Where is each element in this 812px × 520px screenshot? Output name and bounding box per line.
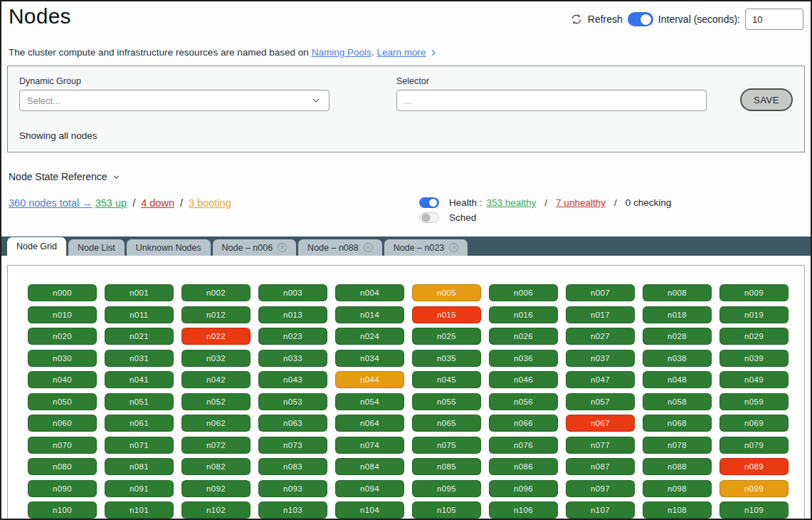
node-n059[interactable]: n059 <box>719 393 789 410</box>
node-n043[interactable]: n043 <box>258 371 327 388</box>
node-n072[interactable]: n072 <box>181 437 251 454</box>
node-n058[interactable]: n058 <box>643 393 712 410</box>
node-n073[interactable]: n073 <box>258 437 327 454</box>
node-n040[interactable]: n040 <box>28 371 97 388</box>
node-n067[interactable]: n067 <box>566 415 635 432</box>
node-n085[interactable]: n085 <box>412 458 481 475</box>
interval-input[interactable] <box>745 9 803 30</box>
node-n080[interactable]: n080 <box>28 458 97 475</box>
node-n031[interactable]: n031 <box>105 350 174 367</box>
learn-more-link[interactable]: Learn more <box>377 47 426 58</box>
node-n003[interactable]: n003 <box>258 284 327 301</box>
node-n049[interactable]: n049 <box>719 371 789 388</box>
node-n061[interactable]: n061 <box>105 415 174 432</box>
node-n068[interactable]: n068 <box>643 415 712 432</box>
node-n078[interactable]: n078 <box>643 437 712 454</box>
node-n020[interactable]: n020 <box>28 328 97 345</box>
tab-node-n023[interactable]: Node – n023× <box>384 239 468 256</box>
node-n010[interactable]: n010 <box>28 306 97 323</box>
node-n086[interactable]: n086 <box>489 458 558 475</box>
node-n032[interactable]: n032 <box>181 350 251 367</box>
node-n095[interactable]: n095 <box>412 480 481 497</box>
node-n050[interactable]: n050 <box>28 393 97 410</box>
node-n098[interactable]: n098 <box>643 480 712 497</box>
node-n066[interactable]: n066 <box>489 415 558 432</box>
tab-unknown-nodes[interactable]: Unknown Nodes <box>127 239 211 256</box>
node-n055[interactable]: n055 <box>412 393 481 410</box>
node-n035[interactable]: n035 <box>412 350 481 367</box>
nodes-down-link[interactable]: 4 down <box>141 197 174 209</box>
node-n084[interactable]: n084 <box>335 458 404 475</box>
node-n037[interactable]: n037 <box>566 350 635 367</box>
sched-toggle[interactable] <box>419 212 439 223</box>
node-state-reference-toggle[interactable]: Node State Reference <box>1 171 128 182</box>
node-n075[interactable]: n075 <box>412 437 481 454</box>
node-n092[interactable]: n092 <box>181 480 251 497</box>
node-n089[interactable]: n089 <box>719 458 789 475</box>
node-n006[interactable]: n006 <box>489 284 558 301</box>
node-n107[interactable]: n107 <box>566 501 635 519</box>
node-n060[interactable]: n060 <box>28 415 97 432</box>
node-n079[interactable]: n079 <box>719 437 789 454</box>
node-n015[interactable]: n015 <box>412 306 481 323</box>
node-n053[interactable]: n053 <box>258 393 327 410</box>
node-n064[interactable]: n064 <box>335 415 404 432</box>
node-n005[interactable]: n005 <box>412 284 481 301</box>
node-n024[interactable]: n024 <box>335 328 404 345</box>
node-n034[interactable]: n034 <box>335 350 404 367</box>
node-n054[interactable]: n054 <box>335 393 404 410</box>
node-n021[interactable]: n021 <box>105 328 174 345</box>
health-toggle[interactable] <box>419 197 439 208</box>
node-n026[interactable]: n026 <box>489 328 558 345</box>
node-n106[interactable]: n106 <box>489 501 558 519</box>
node-n065[interactable]: n065 <box>412 415 481 432</box>
node-n100[interactable]: n100 <box>28 501 97 519</box>
tab-close-icon[interactable]: × <box>364 243 373 252</box>
node-n012[interactable]: n012 <box>181 306 251 323</box>
node-n044[interactable]: n044 <box>335 371 404 388</box>
node-n099[interactable]: n099 <box>719 480 789 497</box>
node-n018[interactable]: n018 <box>643 306 712 323</box>
node-n096[interactable]: n096 <box>489 480 558 497</box>
node-n045[interactable]: n045 <box>412 371 481 388</box>
node-n090[interactable]: n090 <box>28 480 97 497</box>
node-n002[interactable]: n002 <box>181 284 251 301</box>
node-n042[interactable]: n042 <box>181 371 251 388</box>
refresh-icon[interactable] <box>570 13 583 26</box>
node-n057[interactable]: n057 <box>566 393 635 410</box>
naming-pools-link[interactable]: Naming Pools <box>312 47 371 58</box>
node-n109[interactable]: n109 <box>719 501 789 519</box>
node-n000[interactable]: n000 <box>28 284 97 301</box>
tab-node-n088[interactable]: Node – n088× <box>298 239 382 256</box>
node-n091[interactable]: n091 <box>105 480 174 497</box>
nodes-up-link[interactable]: 353 up <box>95 197 127 209</box>
node-n083[interactable]: n083 <box>258 458 327 475</box>
tab-close-icon[interactable]: × <box>278 243 287 252</box>
node-n028[interactable]: n028 <box>643 328 712 345</box>
dynamic-group-select[interactable]: Select... <box>19 90 329 111</box>
refresh-toggle[interactable] <box>628 12 653 26</box>
node-n069[interactable]: n069 <box>719 415 789 432</box>
save-button[interactable]: SAVE <box>740 88 793 111</box>
node-n051[interactable]: n051 <box>105 393 174 410</box>
node-n076[interactable]: n076 <box>489 437 558 454</box>
node-n077[interactable]: n077 <box>566 437 635 454</box>
node-n017[interactable]: n017 <box>566 306 635 323</box>
node-n071[interactable]: n071 <box>105 437 174 454</box>
node-n016[interactable]: n016 <box>489 306 558 323</box>
node-n101[interactable]: n101 <box>105 501 174 519</box>
node-n027[interactable]: n027 <box>566 328 635 345</box>
node-n056[interactable]: n056 <box>489 393 558 410</box>
node-n052[interactable]: n052 <box>181 393 251 410</box>
node-n102[interactable]: n102 <box>181 501 251 519</box>
node-n036[interactable]: n036 <box>489 350 558 367</box>
unhealthy-link[interactable]: 7 unhealthy <box>556 197 606 208</box>
node-n046[interactable]: n046 <box>489 371 558 388</box>
nodes-booting-link[interactable]: 3 booting <box>189 197 231 209</box>
tab-close-icon[interactable]: × <box>449 243 458 252</box>
node-n103[interactable]: n103 <box>258 501 327 519</box>
node-n007[interactable]: n007 <box>566 284 635 301</box>
node-n011[interactable]: n011 <box>105 306 174 323</box>
tab-node-grid[interactable]: Node Grid <box>7 237 66 256</box>
total-nodes-link[interactable]: 360 nodes total → <box>9 197 93 209</box>
